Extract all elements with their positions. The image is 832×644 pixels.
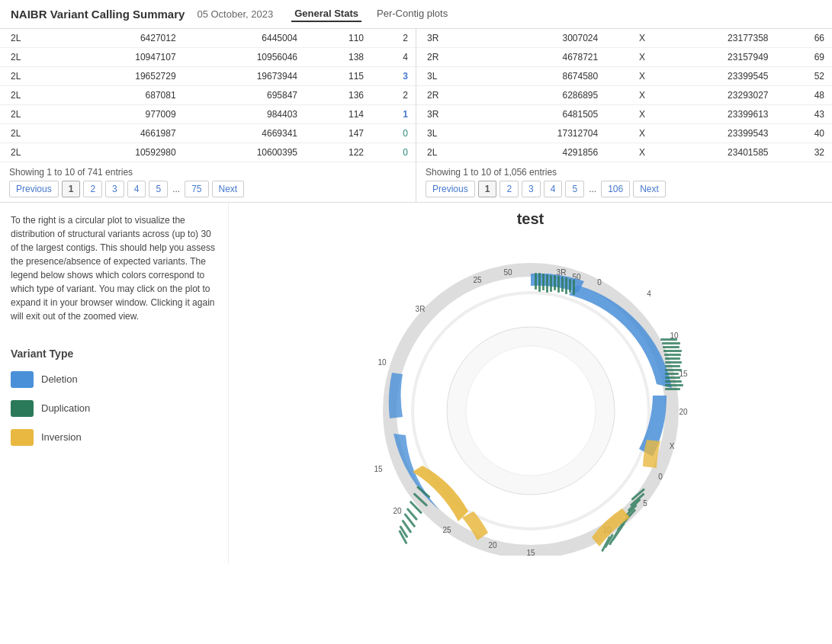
svg-text:X: X [669, 442, 674, 450]
left-last-page[interactable]: 75 [185, 181, 208, 197]
nav-general-stats[interactable]: General Stats [291, 6, 361, 22]
chart-title: test [517, 210, 544, 228]
svg-rect-38 [665, 357, 680, 360]
table-row: 2R 4678721 X 23157949 69 [416, 48, 832, 67]
table-row: 2L 977009 984403 114 1 [0, 105, 416, 124]
svg-text:0: 0 [658, 473, 663, 481]
left-current-page: 1 [62, 181, 81, 197]
left-table: 2L 6427012 6445004 110 2 2L 10947107 109… [0, 29, 416, 162]
svg-text:15: 15 [526, 549, 535, 556]
svg-rect-27 [554, 275, 556, 290]
table-row: 2L 4291856 X 23401585 32 [416, 143, 832, 162]
svg-text:4: 4 [647, 290, 651, 298]
right-table-panel: 3R 3007024 X 23177358 66 2R 4678721 X 23… [416, 29, 832, 202]
svg-rect-34 [662, 342, 680, 344]
svg-text:15: 15 [374, 465, 383, 473]
left-next-button[interactable]: Next [212, 181, 245, 197]
svg-rect-22 [535, 273, 537, 290]
svg-rect-46 [665, 388, 680, 390]
svg-point-68 [466, 346, 596, 476]
description-text: To the right is a circular plot to visua… [11, 213, 217, 323]
svg-rect-45 [665, 384, 683, 386]
svg-rect-29 [561, 277, 564, 292]
right-page-5[interactable]: 5 [565, 181, 584, 197]
svg-text:50: 50 [503, 268, 512, 277]
duplication-label: Duplication [41, 401, 90, 416]
right-pagination-area: Showing 1 to 10 of 1,056 entries Previou… [416, 162, 832, 202]
right-next-button[interactable]: Next [633, 181, 666, 197]
app-title: NAIBR Variant Calling Summary [11, 8, 185, 21]
left-page-5[interactable]: 5 [149, 181, 168, 197]
svg-rect-35 [663, 346, 679, 348]
svg-rect-43 [665, 376, 680, 379]
svg-rect-32 [573, 280, 575, 295]
table-row: 2R 6286895 X 23293027 48 [416, 86, 832, 105]
right-pagination-info: Showing 1 to 10 of 1,056 entries [426, 167, 823, 178]
circular-chart[interactable]: 3R 50 0 4 10 15 20 X 0 5 10 15 20 [310, 235, 752, 556]
table-row: 3L 8674580 X 23399545 52 [416, 67, 832, 86]
svg-text:25: 25 [473, 276, 482, 284]
deletion-swatch [11, 371, 34, 388]
header-nav: General Stats Per-Contig plots [291, 6, 451, 22]
inversion-swatch [11, 429, 34, 446]
svg-rect-44 [665, 380, 682, 383]
left-prev-button[interactable]: Previous [9, 181, 59, 197]
table-row: 3R 3007024 X 23177358 66 [416, 29, 832, 48]
inversion-label: Inversion [41, 430, 82, 445]
svg-rect-26 [550, 275, 552, 292]
right-prev-button[interactable]: Previous [426, 181, 475, 197]
table-row: 2L 19652729 19673944 115 3 [0, 67, 416, 86]
svg-text:0: 0 [597, 278, 602, 287]
svg-rect-23 [538, 273, 541, 292]
left-pagination-info: Showing 1 to 10 of 741 entries [9, 167, 406, 178]
left-page-3[interactable]: 3 [105, 181, 124, 197]
legend-title: Variant Type [11, 346, 217, 362]
svg-text:5: 5 [643, 499, 647, 508]
deletion-label: Deletion [41, 372, 78, 387]
svg-rect-30 [565, 277, 567, 294]
nav-per-contig[interactable]: Per-Contig plots [374, 6, 451, 22]
svg-rect-28 [557, 276, 560, 293]
duplication-swatch [11, 400, 34, 417]
legend-item-deletion: Deletion [11, 371, 217, 388]
header-date: 05 October, 2023 [197, 8, 273, 20]
legend-item-duplication: Duplication [11, 400, 217, 417]
svg-text:10: 10 [377, 358, 387, 367]
right-last-page[interactable]: 106 [601, 181, 630, 197]
svg-text:20: 20 [679, 408, 688, 416]
left-pagination-area: Showing 1 to 10 of 741 entries Previous … [0, 162, 416, 202]
svg-rect-33 [660, 338, 677, 341]
right-table: 3R 3007024 X 23177358 66 2R 4678721 X 23… [416, 29, 832, 162]
table-row: 3L 17312704 X 23399543 40 [416, 124, 832, 143]
table-row: 2L 10947107 10956046 138 4 [0, 48, 416, 67]
right-page-3[interactable]: 3 [522, 181, 541, 197]
svg-rect-25 [546, 274, 548, 293]
right-page-2[interactable]: 2 [500, 181, 519, 197]
svg-rect-41 [665, 369, 682, 371]
svg-text:20: 20 [393, 507, 402, 515]
left-table-panel: 2L 6427012 6445004 110 2 2L 10947107 109… [0, 29, 416, 202]
legend: Variant Type Deletion Duplication Invers… [11, 346, 217, 446]
legend-item-inversion: Inversion [11, 429, 217, 446]
header: NAIBR Variant Calling Summary 05 October… [0, 0, 832, 29]
svg-rect-37 [664, 354, 681, 356]
chart-panel[interactable]: test 3R 50 0 4 10 15 20 [229, 203, 832, 563]
svg-rect-24 [542, 274, 544, 290]
left-page-4[interactable]: 4 [127, 181, 146, 197]
description-panel: To the right is a circular plot to visua… [0, 203, 229, 563]
right-current-page: 1 [478, 181, 497, 197]
svg-rect-39 [665, 361, 682, 364]
svg-rect-42 [665, 373, 679, 375]
table-row: 2L 10592980 10600395 122 0 [0, 143, 416, 162]
right-pagination-controls: Previous 1 2 3 4 5 ... 106 Next [426, 181, 823, 197]
svg-rect-36 [663, 350, 682, 352]
bottom-section: To the right is a circular plot to visua… [0, 203, 832, 563]
tables-row: 2L 6427012 6445004 110 2 2L 10947107 109… [0, 29, 832, 203]
right-page-4[interactable]: 4 [544, 181, 563, 197]
svg-text:25: 25 [442, 526, 451, 534]
table-row: 2L 6427012 6445004 110 2 [0, 29, 416, 48]
left-dots: ... [171, 184, 181, 194]
table-row: 2L 4661987 4669341 147 0 [0, 124, 416, 143]
svg-rect-40 [665, 365, 680, 367]
left-page-2[interactable]: 2 [83, 181, 102, 197]
